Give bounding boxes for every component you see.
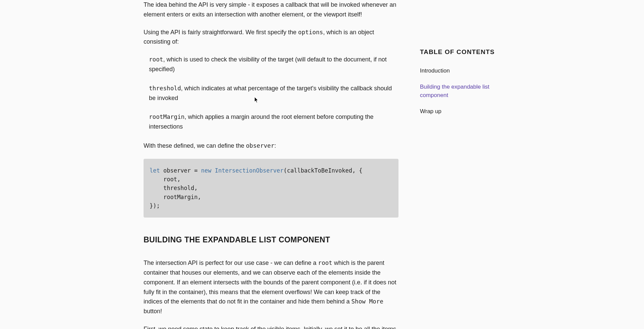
- token-text: threshold,: [150, 185, 198, 191]
- code-block-observer: let observer = new IntersectionObserver(…: [144, 159, 398, 218]
- intro-paragraph-2: Using the API is fairly straightforward.…: [144, 28, 398, 47]
- token-keyword-let: let: [150, 167, 160, 174]
- toc-item-wrapup[interactable]: Wrap up: [420, 107, 500, 116]
- observer-intro: With these defined, we can define the ob…: [144, 141, 398, 151]
- code-show-more: Show More: [351, 298, 383, 305]
- code-root-2: root: [318, 260, 332, 266]
- table-of-contents: TABLE OF CONTENTS Introduction Building …: [420, 0, 500, 329]
- build-paragraph-1: The intersection API is perfect for our …: [144, 258, 398, 316]
- toc-item-building[interactable]: Building the expandable list component: [420, 83, 500, 100]
- options-list: root, which is used to check the visibil…: [144, 55, 398, 132]
- text: , which indicates at what percentage of …: [149, 85, 392, 101]
- toc-item-introduction[interactable]: Introduction: [420, 66, 500, 75]
- code-root: root: [149, 56, 163, 63]
- code-rootmargin: rootMargin: [149, 113, 184, 120]
- list-item: threshold, which indicates at what perce…: [149, 84, 398, 103]
- token-text: rootMargin,: [150, 194, 201, 200]
- text: :: [274, 142, 276, 149]
- code-observer: observer: [246, 142, 274, 149]
- code-options: options: [298, 29, 323, 36]
- article-body: The idea behind the API is very simple -…: [144, 0, 398, 329]
- list-item: root, which is used to check the visibil…: [149, 55, 398, 74]
- text: First, we need some state to keep track …: [144, 326, 396, 329]
- code-threshold: threshold: [149, 85, 181, 92]
- token-type-intersectionobserver: IntersectionObserver: [211, 167, 283, 174]
- token-keyword-new: new: [201, 167, 212, 174]
- build-paragraph-2: First, we need some state to keep track …: [144, 324, 398, 329]
- intro-paragraph-1: The idea behind the API is very simple -…: [144, 0, 398, 19]
- text: Using the API is fairly straightforward.…: [144, 29, 298, 36]
- token-text: });: [150, 202, 160, 209]
- token-text: observer =: [160, 167, 201, 174]
- text: The intersection API is perfect for our …: [144, 260, 318, 266]
- text: With these defined, we can define the: [144, 142, 246, 149]
- list-item: rootMargin, which applies a margin aroun…: [149, 112, 398, 132]
- toc-title: TABLE OF CONTENTS: [420, 47, 500, 57]
- token-text: (callbackToBeInvoked, {: [283, 167, 362, 174]
- token-text: root,: [150, 176, 180, 183]
- text: , which is used to check the visibility …: [149, 56, 387, 73]
- section-heading-building: BUILDING THE EXPANDABLE LIST COMPONENT: [144, 234, 398, 246]
- text: button!: [144, 308, 162, 315]
